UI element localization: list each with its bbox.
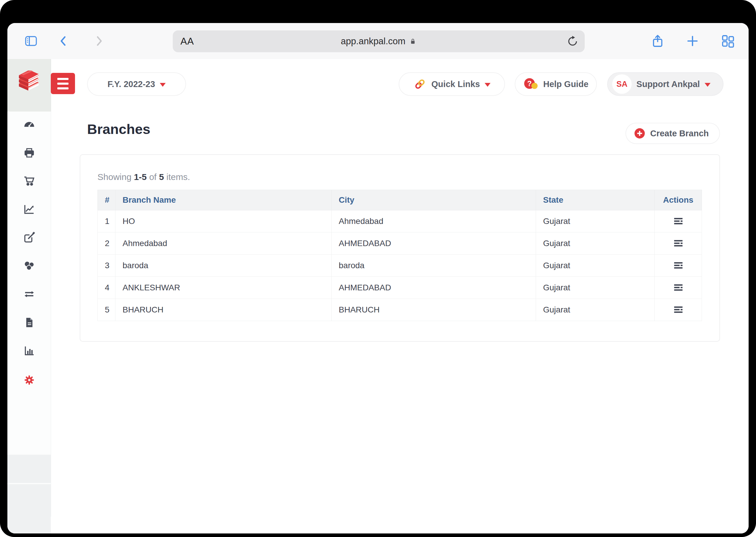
coins-icon [23,260,35,272]
quick-links-dropdown[interactable]: Quick Links [399,72,505,96]
cell-city: baroda [332,255,536,277]
settings-gear-icon [23,374,35,386]
row-actions-button[interactable] [671,259,686,272]
sidebar-toggle-button[interactable] [19,23,43,59]
sidebar-item-documents[interactable] [7,309,51,336]
tabs-overview-button[interactable] [716,23,740,59]
cell-city: BHARUCH [332,299,536,321]
quick-links-label: Quick Links [431,79,480,89]
sidebar-item-reports-trend[interactable] [7,195,51,223]
profile-name: Support Ankpal [637,79,700,89]
table-row: 2 Ahmedabad AHMEDABAD Gujarat [98,232,702,255]
dashboard-icon [23,118,35,130]
share-button[interactable] [646,23,669,59]
link-icon [413,77,427,91]
document-icon [23,316,35,328]
help-guide-button[interactable]: ? Help Guide [515,72,597,96]
new-tab-icon [686,34,699,48]
sidebar-toggle-icon [24,34,38,48]
create-branch-button[interactable]: Create Branch [625,123,720,144]
col-header-branch-name[interactable]: Branch Name [115,190,332,210]
menu-icon [57,78,68,80]
url-text-wrap: app.ankpal.com [173,30,585,52]
table-row: 1 HO Ahmedabad Gujarat [98,210,702,232]
chevron-down-icon [160,83,166,87]
summary-range: 1-5 [134,172,147,182]
cart-icon [23,175,35,187]
back-icon [57,34,70,48]
transfer-icon [23,288,35,300]
branches-card: Showing 1-5 of 5 items. # Branch Name Ci… [80,154,720,342]
page-title: Branches [87,121,150,137]
cell-num: 2 [98,232,115,255]
cell-state: Gujarat [536,277,655,299]
svg-text:?: ? [527,79,532,88]
browser-window: AA app.ankpal.com [7,23,749,533]
back-button[interactable] [52,23,75,59]
printer-icon [23,147,35,159]
cell-city: Ahmedabad [332,210,536,232]
tabs-overview-icon [721,34,735,48]
help-guide-label: Help Guide [543,79,588,89]
plus-circle-icon [633,127,646,140]
sidebar-active-highlight [7,455,51,483]
cell-branch-name: ANKLESHWAR [115,277,332,299]
row-actions-button[interactable] [671,215,686,228]
sidebar-item-print[interactable] [7,139,51,167]
cell-branch-name: baroda [115,255,332,277]
sidebar-item-settings[interactable] [7,366,51,394]
table-row: 4 ANKLESHWAR AHMEDABAD Gujarat [98,277,702,299]
chevron-down-icon [705,83,711,87]
cell-num: 5 [98,299,115,321]
cell-state: Gujarat [536,299,655,321]
app-logo-cell[interactable] [7,59,51,111]
cell-num: 3 [98,255,115,277]
cell-city: AHMEDABAD [332,277,536,299]
help-icon: ? [523,76,538,92]
ankpal-logo [15,70,44,100]
bar-chart-icon [23,345,35,357]
menu-button[interactable] [51,73,75,94]
row-actions-button[interactable] [671,303,686,316]
cell-city: AHMEDABAD [332,232,536,255]
sidebar-item-dashboard[interactable] [7,110,51,138]
table-row: 5 BHARUCH BHARUCH Gujarat [98,299,702,321]
edit-icon [23,231,35,244]
col-header-city[interactable]: City [332,190,536,210]
sidebar-item-entries[interactable] [7,224,51,251]
row-actions-button[interactable] [671,237,686,250]
branches-table: # Branch Name City State Actions 1 HO Ah… [98,190,702,321]
main-content: Branches Create Branch Showing 1-5 of 5 … [51,111,749,533]
sidebar-item-transactions[interactable] [7,280,51,308]
avatar: SA [612,74,632,94]
table-header-row: # Branch Name City State Actions [98,190,702,210]
lock-icon [409,37,417,45]
col-header-actions: Actions [655,190,702,210]
cell-state: Gujarat [536,210,655,232]
create-branch-label: Create Branch [650,129,709,138]
forward-icon [92,34,106,48]
address-bar[interactable]: AA app.ankpal.com [173,30,585,52]
line-chart-icon [23,203,35,215]
device-frame: AA app.ankpal.com [0,0,756,537]
sidebar-item-purchases[interactable] [7,167,51,195]
fiscal-year-label: F.Y. 2022-23 [108,79,155,89]
sidebar-bottom-fill [7,484,51,533]
url-text: app.ankpal.com [341,36,406,47]
cell-branch-name: Ahmedabad [115,232,332,255]
summary-total: 5 [159,172,164,182]
fiscal-year-dropdown[interactable]: F.Y. 2022-23 [87,72,186,96]
col-header-state[interactable]: State [536,190,655,210]
row-actions-button[interactable] [671,281,686,294]
sidebar-item-assets[interactable] [7,252,51,280]
profile-dropdown[interactable]: SA Support Ankpal [607,72,724,96]
app-header: F.Y. 2022-23 Quick Links ? [7,59,749,112]
new-tab-button[interactable] [681,23,704,59]
col-header-num[interactable]: # [98,190,115,210]
chevron-down-icon [485,83,491,87]
forward-button[interactable] [87,23,111,59]
reload-button[interactable] [566,30,579,52]
table-row: 3 baroda baroda Gujarat [98,255,702,277]
cell-state: Gujarat [536,232,655,255]
sidebar-item-analytics[interactable] [7,337,51,365]
